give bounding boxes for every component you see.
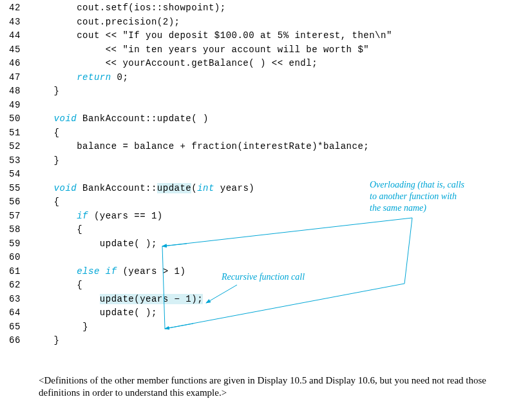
token: balance = balance + fraction(interestRat…	[77, 141, 369, 151]
line-number: 49	[0, 99, 31, 113]
code-content: << "in ten years your account will be wo…	[31, 43, 369, 57]
line-number: 45	[0, 43, 31, 57]
code-content: cout << "If you deposit $100.00 at 5% in…	[31, 29, 392, 43]
line-number: 43	[0, 15, 31, 30]
code-line: 51 {	[0, 126, 532, 141]
line-number: 42	[0, 1, 31, 15]
code-line: 53 }	[0, 154, 532, 168]
token: }	[82, 322, 88, 332]
token: (years > 1)	[117, 266, 186, 277]
token: {	[77, 280, 82, 290]
token: (	[191, 183, 197, 193]
code-content: if (years == 1)	[31, 209, 163, 224]
line-number: 66	[0, 334, 31, 348]
line-number: 62	[0, 278, 31, 293]
code-content: return 0;	[31, 71, 128, 85]
line-number: 56	[0, 195, 31, 209]
code-content: {	[31, 126, 60, 141]
token: }	[54, 155, 60, 166]
token: years)	[214, 183, 254, 193]
code-line: 42 cout.setf(ios::showpoint);	[0, 1, 532, 15]
token: {	[54, 197, 60, 207]
line-number: 65	[0, 320, 31, 335]
token: cout.setf(ios::showpoint);	[77, 3, 225, 13]
code-content: update( );	[31, 237, 157, 251]
code-line: 58 {	[0, 223, 532, 237]
code-line: 66 }	[0, 334, 532, 348]
line-number: 51	[0, 126, 31, 141]
line-number: 48	[0, 84, 31, 99]
code-line: 43 cout.precision(2);	[0, 15, 532, 30]
token: 0;	[111, 72, 129, 83]
token: cout << "If you deposit $100.00 at 5% in…	[77, 30, 392, 41]
line-number: 63	[0, 293, 31, 307]
annotation-overloading: Overloading (that is, calls to another f…	[370, 179, 464, 214]
code-content: {	[31, 223, 82, 237]
code-content: {	[31, 278, 82, 293]
code-content: else if (years > 1)	[31, 265, 185, 279]
code-content: }	[31, 334, 60, 348]
code-line: 49	[0, 99, 532, 113]
line-number: 59	[0, 237, 31, 251]
annotation-text: the same name)	[370, 203, 426, 213]
line-number: 53	[0, 154, 31, 168]
code-content: update(years − 1);	[31, 293, 203, 307]
line-number: 44	[0, 29, 31, 43]
code-content: void BankAccount::update( )	[31, 112, 209, 126]
code-line: 59 update( );	[0, 237, 532, 251]
annotation-text: to another function with	[370, 191, 457, 201]
line-number: 61	[0, 265, 31, 279]
line-number: 46	[0, 57, 31, 71]
token: (years == 1)	[88, 211, 163, 221]
token: }	[54, 335, 60, 345]
keyword: void	[54, 113, 77, 124]
token: cout.precision(2);	[77, 17, 180, 27]
code-line: 50 void BankAccount::update( )	[0, 112, 532, 126]
code-line: 47 return 0;	[0, 71, 532, 85]
code-content: {	[31, 195, 60, 209]
code-content: << yourAccount.getBalance( ) << endl;	[31, 57, 318, 71]
annotation-recursive: Recursive function call	[222, 271, 305, 283]
code-content: }	[31, 320, 88, 335]
code-line: 46 << yourAccount.getBalance( ) << endl;	[0, 57, 532, 71]
code-line: 44 cout << "If you deposit $100.00 at 5%…	[0, 29, 532, 43]
code-content: cout.setf(ios::showpoint);	[31, 1, 226, 15]
line-number: 50	[0, 112, 31, 126]
keyword: else if	[77, 266, 117, 277]
line-number: 64	[0, 306, 31, 320]
token: BankAccount::update( )	[77, 113, 209, 124]
token: << "in ten years your account will be wo…	[106, 44, 369, 55]
code-line: 63 update(years − 1);	[0, 293, 532, 307]
keyword: return	[77, 72, 111, 83]
code-line: 65 }	[0, 320, 532, 335]
token: update( );	[100, 307, 157, 318]
annotation-text: Recursive function call	[222, 272, 305, 282]
token: }	[54, 86, 60, 96]
code-content: update( );	[31, 306, 157, 320]
line-number: 55	[0, 182, 31, 196]
keyword: if	[77, 211, 88, 221]
token: BankAccount::	[77, 183, 157, 193]
token: {	[54, 128, 60, 138]
line-number: 47	[0, 71, 31, 85]
token: << yourAccount.getBalance( ) << endl;	[106, 58, 318, 68]
code-line: 60	[0, 251, 532, 265]
code-line: 48 }	[0, 84, 532, 99]
highlight: update(years − 1);	[100, 294, 203, 304]
line-number: 52	[0, 140, 31, 154]
token: {	[77, 224, 82, 235]
code-line: 45 << "in ten years your account will be…	[0, 43, 532, 57]
annotation-text: Overloading (that is, calls	[370, 180, 464, 189]
code-content: void BankAccount::update(int years)	[31, 182, 254, 196]
code-content: }	[31, 84, 60, 99]
footnote: <Definitions of the other member functio…	[39, 374, 526, 399]
code-content: cout.precision(2);	[31, 15, 180, 30]
code-line: 64 update( );	[0, 306, 532, 320]
line-number: 54	[0, 168, 31, 182]
code-listing: 42 cout.setf(ios::showpoint);43 cout.pre…	[0, 0, 532, 348]
line-number: 57	[0, 209, 31, 224]
code-content: }	[31, 154, 60, 168]
keyword: void	[54, 183, 77, 193]
keyword: int	[197, 183, 214, 193]
line-number: 58	[0, 223, 31, 237]
